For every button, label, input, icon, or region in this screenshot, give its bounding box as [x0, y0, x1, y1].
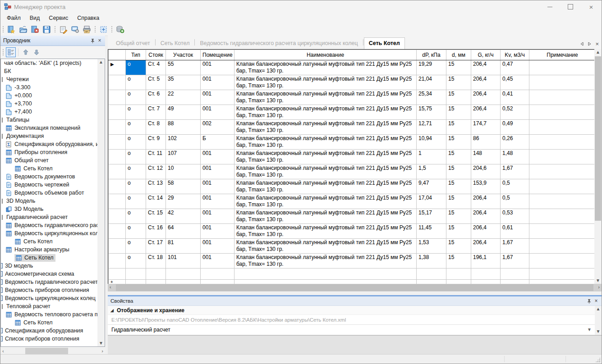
cell[interactable]: 12,71	[417, 120, 446, 135]
cell[interactable]: 206,4	[471, 90, 501, 105]
cell[interactable]: Клапан балансировочный латунный муфтовый…	[234, 90, 417, 105]
cell[interactable]: 001	[201, 75, 234, 90]
close-icon[interactable]: ×	[593, 297, 600, 305]
column-header-Помещение[interactable]: Помещение	[201, 50, 234, 60]
cell[interactable]: 55	[166, 60, 201, 75]
column-header-Примечание[interactable]: Примечание	[529, 50, 595, 60]
cell[interactable]: 15	[446, 150, 471, 164]
tree-item-20[interactable]: Ведомость гидравлического расч	[1, 221, 97, 229]
cell[interactable]: 0,45	[501, 75, 529, 90]
cell[interactable]: 0,61	[501, 224, 529, 239]
cell[interactable]: 15	[446, 239, 471, 254]
cell[interactable]: Б	[201, 135, 234, 150]
column-header-d, мм[interactable]: d, мм	[446, 50, 471, 60]
cell[interactable]: Ст. 5	[146, 75, 166, 90]
scroll-up-icon[interactable]: ▲	[594, 50, 602, 55]
display-settings-button[interactable]	[69, 24, 80, 35]
cell[interactable]: 1,67	[501, 164, 529, 179]
cell[interactable]	[529, 90, 595, 105]
cell[interactable]: 15	[446, 179, 471, 194]
cell[interactable]: Ст. 7	[146, 105, 166, 120]
cell[interactable]: Ст. 12	[146, 164, 166, 179]
cell[interactable]: о	[126, 239, 146, 254]
cell[interactable]: 0,5	[501, 179, 529, 194]
cell[interactable]: 174,7	[471, 120, 501, 135]
cell[interactable]: Клапан балансировочный латунный муфтовый…	[234, 224, 417, 239]
cell[interactable]: о	[126, 60, 146, 75]
cell[interactable]	[471, 268, 501, 280]
tree-item-6[interactable]: +7,400	[1, 108, 97, 116]
cell[interactable]: Ст. 4	[146, 60, 166, 75]
cell[interactable]: Ст. 11	[146, 150, 166, 164]
cell[interactable]: 204,6	[471, 164, 501, 179]
cell[interactable]: 15,75	[417, 105, 446, 120]
cell[interactable]: 17,04	[417, 194, 446, 209]
row-selector[interactable]	[109, 179, 126, 194]
row-selector[interactable]: ▶	[109, 60, 126, 75]
cell[interactable]: 15	[446, 105, 471, 120]
cell[interactable]: 9,47	[417, 179, 446, 194]
tree-item-0[interactable]: чая область: 'АБК' (1 projects)	[1, 59, 97, 67]
cell[interactable]: Ст. 9	[146, 135, 166, 150]
tree-item-22[interactable]: Сеть Котел	[1, 237, 97, 246]
cell[interactable]: 148	[471, 150, 501, 164]
cell[interactable]	[529, 164, 595, 179]
scroll-up-icon[interactable]: ▲	[596, 307, 601, 311]
cell[interactable]	[529, 209, 595, 224]
cell[interactable]: 15	[446, 254, 471, 268]
tab-3[interactable]: Сеть Котел	[364, 37, 405, 49]
move-up-button[interactable]	[21, 47, 31, 57]
scroll-down-icon[interactable]: ▼	[99, 341, 103, 346]
column-header-Стояк[interactable]: Стояк	[146, 50, 166, 60]
cell[interactable]: 206,4	[471, 224, 501, 239]
cell[interactable]	[126, 268, 146, 280]
property-group-row[interactable]: ◢ Отображение и хранение	[108, 306, 602, 314]
add-database-button[interactable]	[115, 24, 125, 35]
column-header-Тип[interactable]: Тип	[126, 50, 146, 60]
tree-item-10[interactable]: ΣСпецификация оборудования, из	[1, 140, 97, 148]
cell[interactable]: 64	[166, 224, 201, 239]
cell[interactable]: о	[126, 105, 146, 120]
tree-item-11[interactable]: Приборы отопления	[1, 148, 97, 156]
cell[interactable]: 0,53	[501, 209, 529, 224]
tab-1[interactable]: Сеть Котел	[156, 38, 194, 49]
tree-item-3[interactable]: -3.300	[1, 83, 97, 91]
cell[interactable]: о	[126, 135, 146, 150]
menu-item-1[interactable]: Вид	[25, 14, 45, 23]
close-icon[interactable]: ×	[96, 37, 103, 44]
scroll-down-icon[interactable]: ▼	[596, 329, 601, 334]
cell[interactable]	[146, 280, 166, 284]
cell[interactable]: 153,9	[471, 179, 501, 194]
row-selector[interactable]	[109, 209, 126, 224]
cell[interactable]	[417, 268, 446, 280]
row-selector[interactable]	[109, 194, 126, 209]
row-selector[interactable]	[109, 105, 126, 120]
cell[interactable]	[529, 60, 595, 75]
cell[interactable]: 001	[201, 150, 234, 164]
scroll-left-icon[interactable]: ‹	[110, 285, 111, 290]
table-vertical-scrollbar[interactable]: ▲ ▼	[594, 49, 602, 284]
menu-item-0[interactable]: Файл	[2, 14, 25, 23]
cell[interactable]: 001	[201, 60, 234, 75]
tree-item-30[interactable]: Тепловой расчет	[1, 302, 97, 310]
cell[interactable]	[201, 268, 234, 280]
tree-item-8[interactable]: Экспликация помещений	[1, 124, 97, 132]
column-header-dP, кПа[interactable]: dP, кПа	[417, 50, 446, 60]
tree-item-33[interactable]: Спецификация оборудования	[1, 327, 97, 335]
cell[interactable]: 206,4	[471, 75, 501, 90]
cell[interactable]: Ст. 18	[146, 254, 166, 268]
cell[interactable]: 15	[446, 90, 471, 105]
column-header-Участок[interactable]: Участок	[166, 50, 201, 60]
cell[interactable]: Клапан балансировочный латунный муфтовый…	[234, 150, 417, 164]
open-project-button[interactable]	[18, 24, 28, 35]
cell[interactable]: Клапан балансировочный латунный муфтовый…	[234, 105, 417, 120]
cell[interactable]: 206,4	[471, 105, 501, 120]
cell[interactable]: 15	[446, 60, 471, 75]
cell[interactable]: 22	[166, 90, 201, 105]
scroll-right-icon[interactable]: ›	[101, 349, 103, 354]
tree-item-16[interactable]: Ведомость объемов работ	[1, 189, 97, 197]
cell[interactable]: 196,1	[471, 254, 501, 268]
cell[interactable]: 001	[201, 224, 234, 239]
row-selector[interactable]	[109, 75, 126, 90]
cell[interactable]: Ст. 8	[146, 120, 166, 135]
